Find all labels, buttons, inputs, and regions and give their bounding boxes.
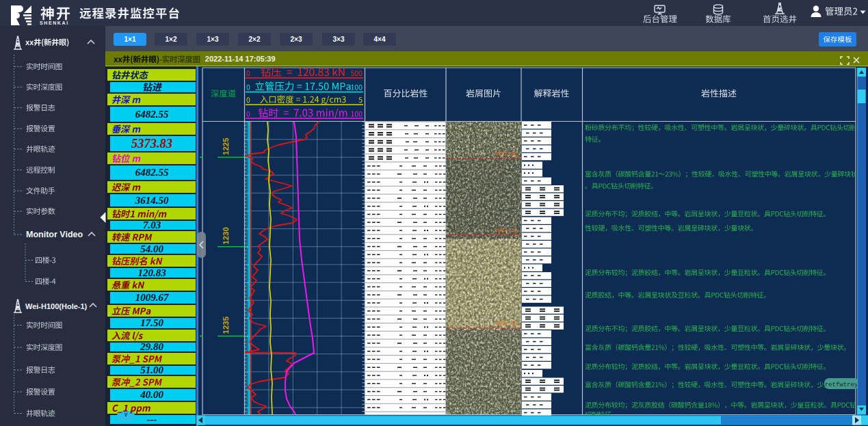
- svg-text:6482.50: 6482.50: [495, 321, 516, 326]
- svg-text:1225: 1225: [222, 137, 230, 155]
- svg-text:1230: 1230: [222, 227, 230, 245]
- svg-text:6482.25: 6482.25: [495, 228, 516, 233]
- svg-text:retfwtrey: retfwtrey: [825, 382, 858, 388]
- svg-text:6482.00: 6482.00: [495, 151, 516, 157]
- svg-text:1235: 1235: [222, 316, 230, 334]
